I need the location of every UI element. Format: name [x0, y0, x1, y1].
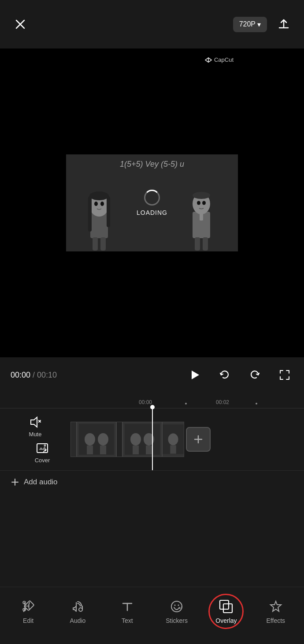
svg-rect-20	[195, 237, 200, 251]
svg-rect-13	[100, 237, 106, 251]
current-time: 00:00	[11, 371, 30, 379]
character-right	[183, 181, 220, 251]
video-strip[interactable]	[70, 422, 304, 457]
video-preview: CapCut 1(5+5) Vey (5-5) u	[0, 49, 304, 357]
nav-item-stickers[interactable]: Stickers	[159, 599, 194, 624]
time-separator: /	[33, 371, 37, 379]
time-display: 00:00 / 00:10	[11, 371, 57, 380]
ruler-time-0: 00:00	[139, 399, 152, 405]
nav-item-edit[interactable]: Edit	[11, 599, 46, 624]
add-audio-label: Add audio	[24, 478, 58, 487]
add-audio-button[interactable]: Add audio	[11, 478, 58, 487]
loading-overlay: LOADING	[137, 190, 167, 216]
loading-text: LOADING	[137, 209, 167, 216]
ruler-dot-1	[185, 403, 187, 404]
svg-point-57	[174, 604, 176, 606]
svg-point-9	[89, 191, 109, 200]
edit-label: Edit	[23, 617, 33, 624]
play-button[interactable]	[186, 366, 204, 384]
total-time: 00:10	[37, 371, 57, 379]
strip-spacer-1	[116, 422, 122, 457]
svg-point-11	[100, 202, 104, 206]
svg-rect-33	[100, 446, 106, 454]
nav-item-overlay[interactable]: Overlay	[208, 599, 244, 624]
svg-rect-38	[146, 446, 152, 454]
text-label: Text	[122, 617, 133, 624]
effects-icon	[268, 599, 284, 614]
nav-item-effects[interactable]: Effects	[258, 599, 293, 624]
svg-point-30	[85, 433, 95, 446]
svg-rect-26	[37, 444, 48, 453]
timeline-area: 00:00 00:02 Mute	[0, 393, 304, 529]
svg-point-40	[168, 434, 178, 446]
add-clip-button[interactable]	[186, 427, 211, 452]
strip-thumb-1[interactable]	[77, 422, 116, 457]
watermark-text: CapCut	[214, 56, 234, 63]
strip-mini-1	[70, 422, 77, 457]
video-top-black	[66, 53, 238, 154]
strip-thumb-2[interactable]	[122, 422, 162, 457]
loading-spinner	[144, 190, 160, 206]
svg-point-35	[130, 433, 141, 446]
svg-point-52	[79, 608, 82, 611]
svg-rect-32	[87, 446, 93, 454]
svg-rect-37	[133, 446, 139, 454]
svg-marker-23	[31, 417, 37, 427]
svg-point-31	[98, 433, 108, 446]
playhead	[152, 408, 153, 470]
svg-rect-59	[220, 600, 229, 609]
svg-point-16	[193, 192, 210, 199]
fullscreen-button[interactable]	[276, 366, 293, 384]
svg-point-56	[171, 601, 182, 612]
mute-label: Mute	[29, 431, 42, 438]
svg-rect-8	[107, 196, 110, 227]
video-scene: 1(5+5) Vey (5-5) u	[66, 154, 238, 251]
svg-point-17	[197, 201, 200, 205]
character-left	[79, 181, 119, 251]
svg-rect-12	[93, 237, 98, 251]
dropdown-arrow-icon: ▾	[257, 20, 261, 29]
ruler-dot-3	[256, 403, 257, 404]
text-icon	[119, 599, 135, 614]
redo-button[interactable]	[246, 366, 263, 384]
mute-button[interactable]: Mute	[28, 415, 42, 438]
audio-icon	[70, 599, 85, 614]
export-button[interactable]	[274, 15, 293, 34]
svg-rect-60	[223, 604, 232, 613]
math-text: 1(5+5) Vey (5-5) u	[120, 160, 184, 169]
strip-thumb-3[interactable]	[162, 422, 184, 457]
stickers-icon	[169, 599, 185, 614]
cover-label: Cover	[35, 457, 50, 464]
cover-button[interactable]: Cover	[35, 441, 50, 464]
header: 720P ▾	[0, 0, 304, 49]
svg-rect-34	[125, 424, 160, 455]
ruler-time-2: 00:02	[216, 399, 229, 405]
video-bottom-black	[66, 251, 238, 353]
svg-marker-61	[271, 601, 281, 611]
playback-controls: 00:00 / 00:10	[0, 357, 304, 393]
timeline-content: Mute Cover	[0, 408, 304, 470]
quality-label: 720P	[239, 20, 256, 28]
svg-point-10	[94, 202, 98, 206]
svg-rect-19	[200, 212, 203, 221]
bottom-nav: Edit Audio Text	[0, 587, 304, 644]
svg-point-27	[44, 445, 46, 447]
playback-buttons	[186, 366, 293, 384]
undo-button[interactable]	[216, 366, 234, 384]
overlay-icon	[218, 599, 234, 614]
audio-label: Audio	[70, 617, 86, 624]
nav-item-text[interactable]: Text	[110, 599, 145, 624]
stickers-label: Stickers	[166, 617, 188, 624]
close-button[interactable]	[11, 15, 30, 34]
quality-button[interactable]: 720P ▾	[233, 17, 267, 32]
overlay-label: Overlay	[215, 617, 237, 624]
video-inner: CapCut 1(5+5) Vey (5-5) u	[66, 53, 238, 353]
svg-rect-7	[88, 196, 92, 232]
timeline-left-controls: Mute Cover	[0, 412, 70, 467]
effects-label: Effects	[267, 617, 285, 624]
svg-rect-29	[79, 424, 114, 455]
add-audio-row: Add audio	[0, 470, 304, 493]
capcut-watermark: CapCut	[204, 56, 234, 63]
header-right: 720P ▾	[233, 15, 293, 34]
nav-item-audio[interactable]: Audio	[60, 599, 95, 624]
